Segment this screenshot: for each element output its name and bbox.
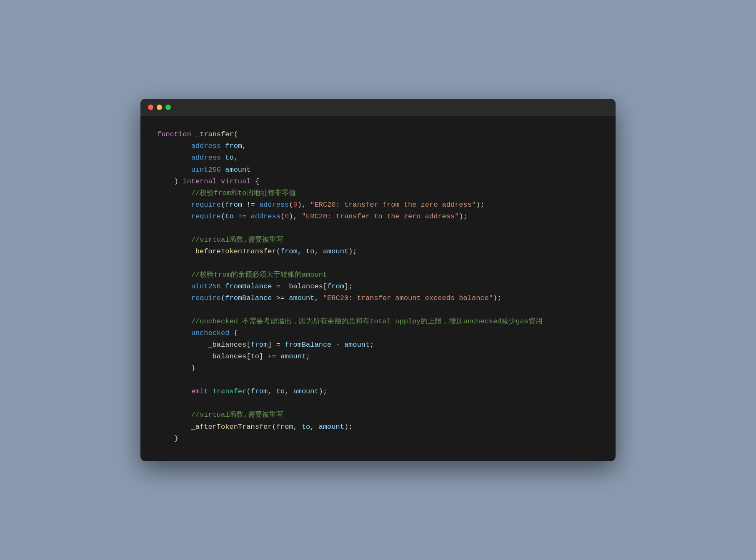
code-editor-window: function _transfer( address from, addres… bbox=[140, 99, 616, 461]
minimize-button[interactable] bbox=[157, 105, 162, 110]
titlebar bbox=[140, 99, 616, 116]
close-button[interactable] bbox=[148, 105, 153, 110]
code-content: function _transfer( address from, addres… bbox=[140, 116, 616, 461]
maximize-button[interactable] bbox=[165, 105, 171, 110]
